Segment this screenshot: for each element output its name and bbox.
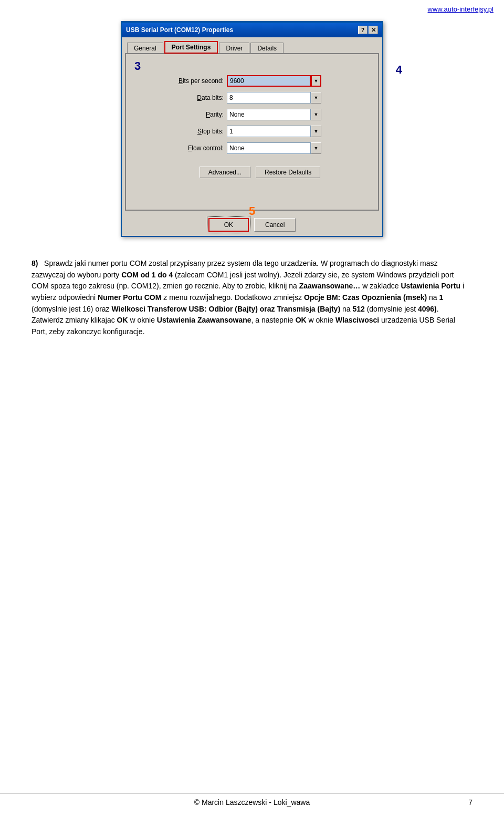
input-group-flowcontrol: ▼ xyxy=(227,142,321,154)
label-stopbits: Stop bits: xyxy=(150,128,224,135)
item-number: 8) xyxy=(32,259,38,267)
input-bps[interactable] xyxy=(227,75,311,87)
tab-driver[interactable]: Driver xyxy=(219,43,249,54)
label-parity: Parity: xyxy=(150,111,224,118)
text-bold-512: 512 xyxy=(352,305,364,313)
form-row-parity: Parity: ▼ xyxy=(150,109,370,120)
text-bold-opcje: Opcje BM: Czas Opoznienia (msek) xyxy=(304,293,427,302)
form-area: Bits per second: ▼ Data bits: xyxy=(150,75,370,178)
input-databits[interactable] xyxy=(227,92,311,104)
close-button[interactable]: ✕ xyxy=(369,26,378,34)
dropdown-databits[interactable]: ▼ xyxy=(311,92,321,104)
tab-details[interactable]: Details xyxy=(250,43,284,54)
step-5-label: 5 xyxy=(249,204,255,218)
dialog-body: General Port Settings Driver Details xyxy=(122,37,382,214)
label-bps: Bits per second: xyxy=(150,77,224,85)
dropdown-flowcontrol[interactable]: ▼ xyxy=(311,142,321,154)
text-bold-wielkosci: Wielkosci Transferow USB: Odbior (Bajty)… xyxy=(112,305,341,313)
titlebar-buttons: ? ✕ xyxy=(358,26,378,34)
tab-port-settings[interactable]: Port Settings xyxy=(164,41,218,54)
form-row-flowcontrol: Flow control: ▼ xyxy=(150,142,370,154)
text-bold-1: 1 xyxy=(439,293,444,302)
tab-panel: 3 Bits per second: ▼ xyxy=(125,53,379,211)
dialog-title: USB Serial Port (COM12) Properties xyxy=(126,26,233,34)
form-row-stopbits: Stop bits: ▼ xyxy=(150,126,370,137)
text-bold-ustawienia2: Ustawienia Zaawansowane xyxy=(157,316,251,324)
text-bold-numer: Numer Portu COM xyxy=(98,293,161,302)
dropdown-stopbits[interactable]: ▼ xyxy=(311,126,321,137)
text-bold-zaawansowane: Zaawansowane… xyxy=(299,282,361,290)
form-row-bps: Bits per second: ▼ xyxy=(150,75,370,87)
text-bold-ustawienia: Ustawienia Portu xyxy=(401,282,460,290)
dialog-titlebar: USB Serial Port (COM12) Properties ? ✕ xyxy=(122,23,382,37)
input-group-bps: ▼ xyxy=(227,75,321,87)
page-number: 7 xyxy=(468,798,472,806)
text-bold-4096: 4096) xyxy=(418,305,437,313)
text-body: 8) Sprawdz jaki numer portu COM zostal p… xyxy=(32,258,472,338)
tabs-row: General Port Settings Driver Details xyxy=(125,40,379,53)
website-link[interactable]: www.auto-interfejsy.pl xyxy=(428,5,494,13)
input-group-stopbits: ▼ xyxy=(227,126,321,137)
restore-defaults-button[interactable]: Restore Defaults xyxy=(256,167,320,178)
input-parity[interactable] xyxy=(227,109,311,120)
text-bold-com: COM od 1 do 4 xyxy=(121,271,173,279)
dialog-footer: 5 OK Cancel xyxy=(122,214,382,236)
tab-general[interactable]: General xyxy=(127,43,163,54)
help-button[interactable]: ? xyxy=(358,26,368,34)
form-row-databits: Data bits: ▼ xyxy=(150,92,370,104)
properties-dialog: USB Serial Port (COM12) Properties ? ✕ G… xyxy=(121,21,383,237)
dropdown-bps[interactable]: ▼ xyxy=(311,75,321,87)
text-bold-ok1: OK xyxy=(117,316,128,324)
step-3-label: 3 xyxy=(134,59,141,73)
input-group-databits: ▼ xyxy=(227,92,321,104)
input-stopbits[interactable] xyxy=(227,126,311,137)
text-bold-wlasciwosci: Wlasciwosci xyxy=(335,316,379,324)
advanced-button[interactable]: Advanced... xyxy=(200,167,250,178)
ok-button[interactable]: OK xyxy=(208,218,249,232)
cancel-button[interactable]: Cancel xyxy=(254,218,296,232)
footer-copyright: © Marcin Laszczewski - Loki_wawa xyxy=(194,798,310,806)
label-databits: Data bits: xyxy=(150,94,224,101)
text-bold-ok2: OK xyxy=(296,316,307,324)
input-group-parity: ▼ xyxy=(227,109,321,120)
dropdown-parity[interactable]: ▼ xyxy=(311,109,321,120)
input-flowcontrol[interactable] xyxy=(227,142,311,154)
form-buttons: Advanced... Restore Defaults xyxy=(150,167,370,178)
page-footer: © Marcin Laszczewski - Loki_wawa xyxy=(0,793,504,806)
label-flowcontrol: Flow control: xyxy=(150,144,224,152)
step-4-label: 4 xyxy=(396,63,402,77)
